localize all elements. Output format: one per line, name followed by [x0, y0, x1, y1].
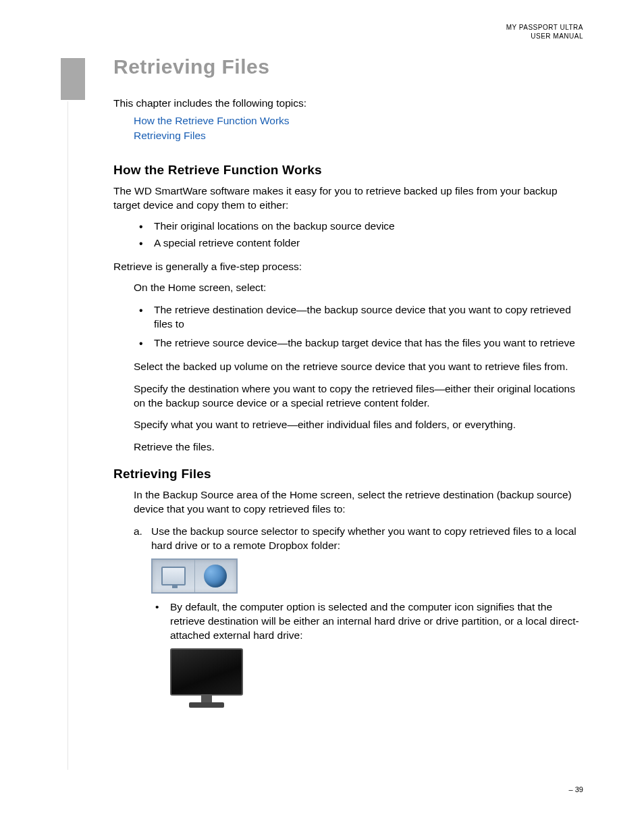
monitor-stand-base — [189, 702, 224, 708]
step-intro: On the Home screen, select: — [134, 281, 582, 295]
chapter-toc: How the Retrieve Function Works Retrievi… — [134, 113, 582, 142]
section-heading-retrieving-files: Retrieving Files — [113, 467, 582, 481]
chapter-intro: This chapter includes the following topi… — [113, 97, 582, 109]
section1-bullets1: Their original locations on the backup s… — [134, 219, 582, 251]
chapter-tab-marker — [61, 58, 85, 100]
step5: Retrieve the files. — [134, 440, 582, 454]
step-marker-a: a. — [134, 525, 151, 539]
globe-icon — [204, 565, 227, 588]
section1-p2: Retrieve is generally a five-step proces… — [113, 260, 582, 274]
section2-sub-bullets: By default, the computer option is selec… — [151, 600, 582, 643]
header-product: MY PASSPORT ULTRA USER MANUAL — [506, 23, 583, 41]
step4: Specify what you want to retrieve—either… — [134, 418, 582, 432]
list-item: A special retrieve content folder — [134, 236, 582, 251]
section1-p1: The WD SmartWare software makes it easy … — [113, 184, 582, 213]
step-a-text: Use the backup source selector to specif… — [151, 525, 582, 553]
step3: Specify the destination where you want t… — [134, 382, 582, 411]
list-item: The retrieve destination device—the back… — [134, 303, 582, 332]
section-heading-how-works: How the Retrieve Function Works — [113, 163, 582, 178]
header-line2: USER MANUAL — [506, 32, 583, 41]
step2: Select the backed up volume on the retri… — [134, 360, 582, 374]
list-item: By default, the computer option is selec… — [151, 600, 582, 643]
computer-monitor-image — [170, 648, 582, 709]
backup-source-selector-image — [151, 558, 238, 594]
computer-icon — [161, 567, 186, 585]
list-item: Their original locations on the backup s… — [134, 219, 582, 234]
header-line1: MY PASSPORT ULTRA — [506, 23, 583, 32]
list-item: The retrieve source device—the backup ta… — [134, 336, 582, 350]
section2-p1: In the Backup Source area of the Home sc… — [134, 488, 582, 517]
lettered-step-a: a. Use the backup source selector to spe… — [134, 525, 582, 553]
monitor-screen-icon — [170, 648, 243, 696]
toc-link-how-retrieve-works[interactable]: How the Retrieve Function Works — [134, 113, 582, 128]
selector-computer-option — [153, 560, 195, 592]
section1-bullets2: The retrieve destination device—the back… — [134, 303, 582, 350]
page-number: – 39 — [569, 785, 583, 793]
toc-link-retrieving-files[interactable]: Retrieving Files — [134, 128, 582, 143]
selector-dropbox-option — [195, 560, 237, 592]
chapter-title: Retrieving Files — [113, 55, 582, 78]
margin-rule — [68, 101, 68, 770]
page-content: Retrieving Files This chapter includes t… — [113, 55, 582, 709]
